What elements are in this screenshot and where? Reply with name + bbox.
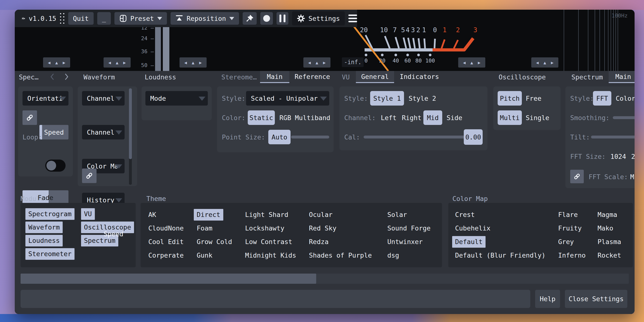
theme-ocular[interactable]: Ocular bbox=[309, 209, 333, 221]
settings-horizontal-scrollbar[interactable] bbox=[20, 273, 629, 284]
arrow-up-icon[interactable]: ▲ bbox=[116, 60, 118, 65]
arrow-right-icon[interactable]: ▶ bbox=[63, 60, 65, 65]
close-settings-button[interactable]: Close Settings bbox=[565, 290, 627, 308]
record-button[interactable] bbox=[260, 12, 273, 25]
osc-single-option[interactable]: Single bbox=[526, 114, 550, 122]
theme-red-sky[interactable]: Red Sky bbox=[309, 222, 336, 234]
module-arrows[interactable]: ◀▲▶ bbox=[531, 57, 558, 68]
module-toggle-loudness[interactable]: Loudness bbox=[26, 235, 63, 246]
theme-dsg[interactable]: dsg bbox=[387, 250, 399, 261]
osc-free-option[interactable]: Free bbox=[526, 95, 542, 102]
osc-multi-chip[interactable]: Multi bbox=[498, 110, 522, 125]
waveform-dropdown-2[interactable]: Channel bbox=[82, 125, 124, 139]
color-option-multiband[interactable]: Multiband bbox=[295, 114, 330, 122]
colormap-rocket[interactable]: Rocket bbox=[598, 250, 621, 261]
fft-size-1024[interactable]: 1024 bbox=[610, 153, 626, 160]
arrow-right-icon[interactable]: ▶ bbox=[123, 60, 126, 65]
spectrogram-speed-slider[interactable]: Speed bbox=[40, 125, 68, 139]
arrow-up-icon[interactable]: ▲ bbox=[544, 60, 546, 65]
arrow-up-icon[interactable]: ▲ bbox=[56, 60, 58, 65]
vu-channel-mid-chip[interactable]: Mid bbox=[423, 110, 442, 125]
colormap-flare[interactable]: Flare bbox=[558, 209, 578, 221]
arrow-left-icon[interactable]: ◀ bbox=[108, 60, 111, 65]
spectrum-color-option[interactable]: Color bbox=[616, 95, 634, 102]
colormap-magma[interactable]: Magma bbox=[598, 209, 617, 221]
module-arrows[interactable]: ◀▲▶ bbox=[180, 57, 206, 68]
arrow-right-icon[interactable]: ▶ bbox=[199, 60, 202, 65]
spectrogram-next-icon[interactable] bbox=[64, 73, 69, 81]
theme-untwinxer[interactable]: Untwinxer bbox=[387, 236, 423, 248]
loop-toggle[interactable] bbox=[45, 160, 66, 172]
vu-channel-left[interactable]: Left bbox=[381, 114, 396, 122]
spectrum-link-button[interactable] bbox=[570, 170, 584, 183]
arrow-right-icon[interactable]: ▶ bbox=[323, 60, 326, 65]
arrow-left-icon[interactable]: ◀ bbox=[536, 60, 539, 65]
point-size-slider[interactable] bbox=[291, 136, 329, 139]
module-arrows[interactable]: ◀▲▶ bbox=[43, 57, 70, 68]
theme-direct[interactable]: Direct bbox=[194, 209, 223, 221]
theme-cloudnone[interactable]: CloudNone bbox=[148, 222, 184, 234]
scrollbar-thumb[interactable] bbox=[20, 273, 316, 284]
smoothing-slider[interactable] bbox=[613, 116, 634, 119]
colormap-default-blur-friendly-[interactable]: Default (Blur Friendly) bbox=[455, 250, 546, 261]
module-toggle-vu[interactable]: VU bbox=[81, 208, 95, 220]
color-option-static[interactable]: Static bbox=[248, 110, 275, 125]
module-arrows[interactable]: ◀▲▶ bbox=[104, 57, 131, 68]
module-arrows[interactable]: ◀▲▶ bbox=[303, 57, 330, 68]
quit-button[interactable]: Quit bbox=[68, 12, 94, 25]
tab-vu-general[interactable]: General bbox=[356, 71, 394, 82]
tab-vu-indicators[interactable]: Indicators bbox=[398, 71, 440, 82]
settings-button[interactable]: Settings bbox=[292, 11, 345, 26]
spectrogram-prev-icon[interactable] bbox=[50, 73, 55, 81]
orientation-dropdown[interactable]: Orientati bbox=[22, 91, 68, 106]
pause-button[interactable] bbox=[276, 12, 288, 25]
theme-solar[interactable]: Solar bbox=[387, 209, 407, 221]
minimize-button[interactable]: _ bbox=[97, 12, 111, 25]
drag-handle[interactable] bbox=[60, 13, 64, 24]
theme-ak[interactable]: AK bbox=[148, 209, 156, 221]
theme-redza[interactable]: Redza bbox=[309, 236, 328, 248]
theme-sound-forge[interactable]: Sound Forge bbox=[387, 222, 430, 234]
colormap-mako[interactable]: Mako bbox=[598, 222, 613, 234]
module-toggle-waveform[interactable]: Waveform bbox=[26, 221, 63, 233]
arrow-right-icon[interactable]: ▶ bbox=[551, 60, 554, 65]
osc-pitch-chip[interactable]: Pitch bbox=[498, 91, 522, 106]
theme-corperate[interactable]: Corperate bbox=[148, 250, 184, 261]
theme-foam[interactable]: Foam bbox=[197, 222, 212, 234]
colormap-cubehelix[interactable]: Cubehelix bbox=[455, 222, 490, 234]
menu-button[interactable] bbox=[348, 15, 357, 22]
theme-midnight-kids[interactable]: Midnight Kids bbox=[245, 250, 296, 261]
point-size-auto-chip[interactable]: Auto bbox=[268, 130, 290, 144]
theme-cool-edit[interactable]: Cool Edit bbox=[148, 236, 184, 248]
colormap-fruity[interactable]: Fruity bbox=[558, 222, 582, 234]
spectrogram-link-button[interactable] bbox=[22, 110, 37, 125]
arrow-right-icon[interactable]: ▶ bbox=[478, 60, 480, 65]
spectrum-fft-chip[interactable]: FFT bbox=[593, 91, 611, 106]
arrow-left-icon[interactable]: ◀ bbox=[463, 60, 466, 65]
theme-gunk[interactable]: Gunk bbox=[197, 250, 212, 261]
tab-stereometer-reference[interactable]: Reference bbox=[293, 71, 332, 82]
arrow-left-icon[interactable]: ◀ bbox=[48, 60, 50, 65]
arrow-left-icon[interactable]: ◀ bbox=[308, 60, 311, 65]
module-toggle-spectrogram[interactable]: Spectrogram bbox=[26, 208, 74, 220]
pin-button[interactable] bbox=[243, 12, 257, 25]
tilt-slider[interactable] bbox=[591, 136, 634, 139]
theme-light-shard[interactable]: Light Shard bbox=[245, 209, 288, 221]
waveform-scrollbar[interactable] bbox=[129, 88, 132, 185]
colormap-plasma[interactable]: Plasma bbox=[598, 236, 621, 248]
theme-grow-cold[interactable]: Grow Cold bbox=[197, 236, 232, 248]
module-toggle-stereometer[interactable]: Stereometer bbox=[26, 248, 74, 260]
preset-button[interactable]: Preset bbox=[114, 12, 167, 25]
fft-size-2048[interactable]: 2 bbox=[631, 153, 634, 160]
colormap-default[interactable]: Default bbox=[452, 236, 486, 248]
theme-lockshawty[interactable]: Lockshawty bbox=[245, 222, 284, 234]
arrow-up-icon[interactable]: ▲ bbox=[316, 60, 318, 65]
vu-channel-right[interactable]: Right bbox=[402, 114, 422, 122]
arrow-left-icon[interactable]: ◀ bbox=[184, 60, 187, 65]
vu-cal-value[interactable]: 0.00 bbox=[464, 129, 483, 145]
colormap-grey[interactable]: Grey bbox=[558, 236, 574, 248]
vu-cal-slider[interactable] bbox=[364, 136, 465, 139]
tab-stereometer-main[interactable]: Main bbox=[260, 71, 289, 82]
arrow-up-icon[interactable]: ▲ bbox=[192, 60, 194, 65]
vu-style-2-option[interactable]: Style 2 bbox=[408, 95, 436, 102]
